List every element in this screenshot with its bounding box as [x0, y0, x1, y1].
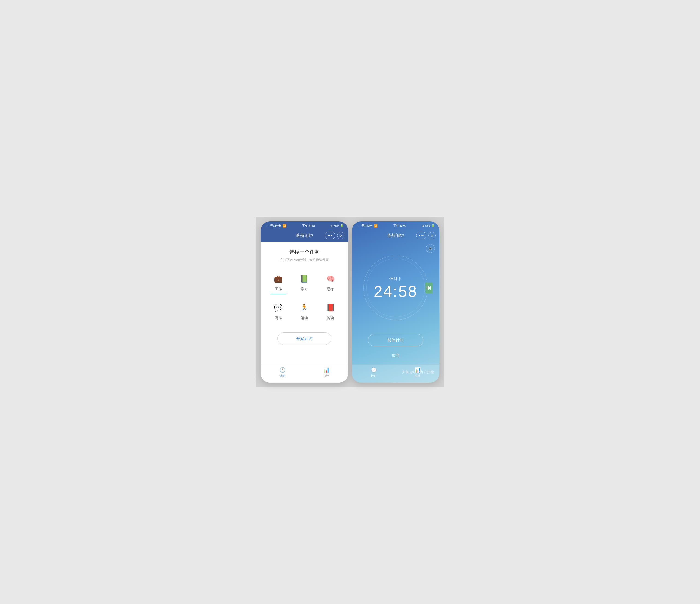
- right-carrier-label: 无SIM卡: [361, 224, 373, 228]
- task-item-write[interactable]: 💬 写作: [265, 299, 291, 323]
- sport-icon: 🏃: [298, 301, 311, 314]
- timer-display: 24:58: [374, 283, 418, 299]
- think-label: 思考: [327, 287, 334, 291]
- battery-area: ⊕ 68% 🔋: [330, 224, 344, 227]
- tab-timer[interactable]: 🕐 计时: [279, 367, 286, 378]
- read-icon: 📕: [324, 301, 337, 314]
- right-tab-timer[interactable]: 🕐 计时: [371, 367, 377, 378]
- work-icon: 💼: [272, 272, 285, 285]
- sound-button[interactable]: 🔊: [426, 244, 435, 253]
- location-icon: ⊕: [330, 224, 333, 227]
- task-grid: 💼 工作 📗 学习 🧠 思考 💬 写作 🏃: [265, 270, 344, 323]
- carrier-label: 无SIM卡: [270, 224, 281, 228]
- left-nav-actions: ••• ⊙: [325, 232, 345, 239]
- right-status-left: ···· 无SIM卡 📶: [356, 224, 378, 228]
- wifi-icon: 📶: [283, 224, 286, 228]
- left-phone: ···· 无SIM卡 📶 下午 6:50 ⊕ 68% 🔋 番茄闹钟 ••• ⊙: [260, 222, 348, 382]
- bar4: [430, 286, 431, 290]
- timer-tab-icon: 🕐: [279, 367, 286, 373]
- task-item-read[interactable]: 📕 阅读: [318, 299, 344, 323]
- status-left: ···· 无SIM卡 📶: [265, 224, 286, 228]
- right-signal-icon: ····: [356, 225, 360, 227]
- write-icon: 💬: [272, 301, 285, 314]
- signal-icon: ····: [265, 225, 269, 227]
- read-label: 阅读: [327, 316, 334, 320]
- think-icon: 🧠: [324, 272, 337, 285]
- time-display: 下午 6:50: [302, 224, 315, 228]
- sport-label: 运动: [301, 316, 308, 320]
- right-timer-tab-label: 计时: [371, 374, 376, 378]
- right-battery-percent: 68%: [425, 224, 430, 227]
- work-label: 工作: [275, 287, 282, 291]
- task-title: 选择一个任务: [289, 249, 320, 256]
- task-item-study[interactable]: 📗 学习: [291, 270, 317, 297]
- right-battery-area: ⊕ 68% 🔋: [422, 224, 435, 227]
- task-subtitle: 在接下来的25分钟，专注做这件事: [280, 258, 329, 262]
- record-button[interactable]: ⊙: [337, 232, 345, 239]
- abandon-button[interactable]: 放弃: [382, 351, 409, 360]
- task-item-think[interactable]: 🧠 思考: [318, 270, 344, 297]
- timer-status: 计时中: [390, 277, 402, 282]
- work-underline: [270, 294, 286, 294]
- task-item-work[interactable]: 💼 工作: [265, 270, 291, 297]
- bar2: [428, 285, 429, 290]
- study-label: 学习: [301, 287, 308, 291]
- start-timer-button[interactable]: 开始计时: [277, 332, 331, 345]
- more-button[interactable]: •••: [325, 232, 335, 239]
- stats-tab-label: 统计: [324, 374, 329, 378]
- waveform-bars: [427, 285, 431, 290]
- right-timer-tab-icon: 🕐: [371, 367, 377, 373]
- right-record-button[interactable]: ⊙: [428, 232, 436, 239]
- timer-circle-wrap: 计时中 24:58: [364, 256, 428, 320]
- left-tab-bar: 🕐 计时 📊 统计: [260, 364, 348, 382]
- bar3: [429, 287, 430, 289]
- right-app-title: 番茄闹钟: [387, 233, 404, 238]
- left-app-title: 番茄闹钟: [296, 233, 313, 238]
- right-battery-icon: 🔋: [431, 224, 435, 227]
- right-nav-actions: ••• ⊙: [416, 232, 436, 239]
- right-time-display: 下午 6:50: [393, 224, 406, 228]
- stats-tab-icon: 📊: [323, 367, 329, 373]
- left-nav-bar: 番茄闹钟 ••• ⊙: [260, 230, 348, 242]
- watermark: 头条 @职场办公技能: [402, 370, 434, 374]
- right-nav-bar: 番茄闹钟 ••• ⊙: [352, 230, 440, 242]
- task-item-sport[interactable]: 🏃 运动: [291, 299, 317, 323]
- write-label: 写作: [275, 316, 282, 320]
- right-stats-tab-label: 统计: [415, 374, 420, 378]
- pause-button[interactable]: 暂停计时: [368, 334, 423, 346]
- timer-tab-label: 计时: [280, 374, 285, 378]
- right-wifi-icon: 📶: [374, 224, 378, 228]
- tab-stats[interactable]: 📊 统计: [323, 367, 329, 378]
- bar1: [427, 286, 427, 289]
- right-status-bar: ···· 无SIM卡 📶 下午 6:50 ⊕ 68% 🔋: [352, 222, 440, 230]
- right-phone: ···· 无SIM卡 📶 下午 6:50 ⊕ 68% 🔋 番茄闹钟 ••• ⊙: [352, 222, 440, 382]
- right-more-button[interactable]: •••: [416, 232, 426, 239]
- timer-circle: 计时中 24:58: [364, 256, 428, 320]
- waveform-button[interactable]: [425, 282, 432, 293]
- right-record-icon: ⊙: [431, 234, 433, 237]
- sound-icon: 🔊: [428, 246, 433, 251]
- left-status-bar: ···· 无SIM卡 📶 下午 6:50 ⊕ 68% 🔋: [260, 222, 348, 230]
- timer-content: 🔊 计时中 24:58 暂停计时: [352, 242, 440, 364]
- study-icon: 📗: [298, 272, 311, 285]
- record-icon: ⊙: [340, 234, 342, 237]
- app-container: ···· 无SIM卡 📶 下午 6:50 ⊕ 68% 🔋 番茄闹钟 ••• ⊙: [256, 217, 444, 387]
- battery-icon: 🔋: [340, 224, 344, 227]
- right-location-icon: ⊕: [422, 224, 424, 227]
- left-content: 选择一个任务 在接下来的25分钟，专注做这件事 💼 工作 📗 学习 🧠 思考: [260, 242, 348, 364]
- battery-percent: 68%: [334, 224, 339, 227]
